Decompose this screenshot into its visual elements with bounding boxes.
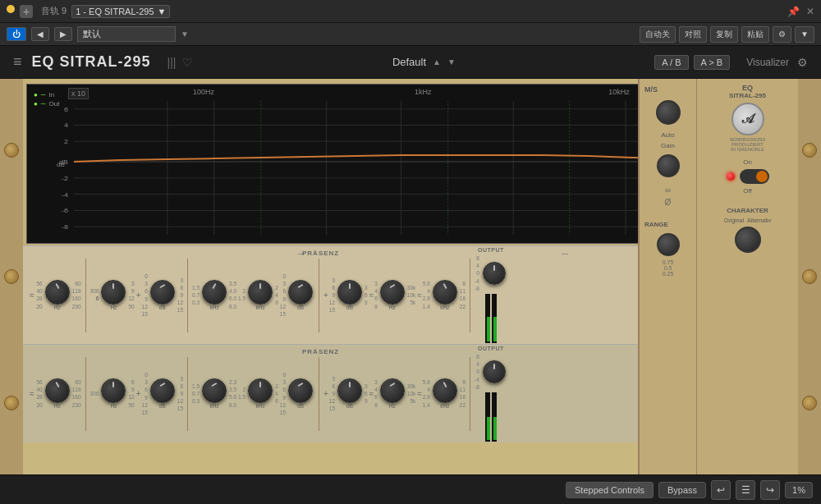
ch1-vu-l [485,294,490,343]
ch1-p5-scale-l: 21.5 [238,287,245,302]
ch1-high-freq-knob[interactable]: Hz [380,280,405,311]
ch1-output-knob-area: 840-4-8 [475,254,507,291]
svg-text:2: 2 [64,138,68,145]
link-icon[interactable]: ∞ [665,186,671,195]
ch1-output-knob[interactable] [483,262,506,285]
preset-selector[interactable]: 默认 [77,26,176,42]
div2 [187,259,188,332]
history-button[interactable]: ☰ [736,480,755,500]
power-led-on[interactable] [727,172,735,181]
close-icon[interactable]: ✕ [806,6,814,17]
original-label: Original [724,218,744,223]
favorite-icon[interactable]: ♡ [182,56,193,69]
ch1-p-db-knob[interactable]: dB [288,280,313,311]
paste-button[interactable]: 粘贴 [741,26,769,43]
range-knob[interactable] [657,233,680,256]
screw-tl [4,143,19,158]
phase-icon[interactable]: Ø [665,198,672,207]
ch1-low-freq-scale: 56402820 [37,280,43,309]
compare-button[interactable]: 对照 [679,26,707,43]
track-label: 1 - EQ SITRAL-295 [76,7,154,16]
forward-button[interactable]: ▶ [54,27,72,41]
undo-button[interactable]: ↩ [711,480,731,500]
add-track-btn[interactable]: + [20,5,33,18]
nav-down-icon[interactable]: ▼ [447,57,456,66]
back-button[interactable]: ◀ [31,27,49,41]
ch1-p4-knob[interactable]: kHz [202,280,227,311]
ch2-hf2-knob[interactable]: kHz [433,378,457,410]
minimize-dot[interactable] [7,5,15,13]
power-toggle[interactable] [740,169,769,184]
ch2-high-db-knob[interactable]: dB [337,378,362,410]
visualizer-btn[interactable]: Visualizer [746,57,789,68]
ch1-high-freq-section: ≈ 3468 Hz 30k10k5k [369,280,416,311]
ch1-shelf-scale: 3006 [90,287,99,303]
ch1-p-db-scale-l: 03691215 [280,273,286,318]
bypass-button[interactable]: Bypass [658,482,706,498]
ch2-hf-section: ≈ 3468 Hz 30k10k5k [369,378,416,410]
ab-button[interactable]: A / B [654,55,688,70]
power-toggles [727,169,769,184]
ch1-low-freq-knob[interactable]: Hz [45,280,70,311]
ch2-shelf-knob[interactable]: Hz [101,378,126,410]
ch1-prasenz-bracket-r: — [562,250,568,257]
auto-off-button[interactable]: 自动关 [640,26,676,43]
ch2-low-freq-knob[interactable]: Hz [45,378,70,410]
svg-text:-2: -2 [62,174,68,181]
nav-up-icon[interactable]: ▲ [433,57,441,66]
track-selector[interactable]: 1 - EQ SITRAL-295 ▼ [71,5,170,18]
ch1-db-knob[interactable]: dB [150,280,175,311]
div4 [470,259,470,332]
screw-bl [4,396,19,410]
ch2-p5-knob[interactable]: kHz [248,378,273,410]
ch2-db-scale-l: 03691215 [142,371,148,416]
stepped-controls-button[interactable]: Stepped Controls [566,482,654,498]
ch2-hf-knob[interactable]: Hz [380,378,405,410]
ch2-output-knob[interactable] [483,360,506,383]
on-label: On [743,158,752,166]
title-bar-dots: + [7,5,33,18]
ch2-p5-scale-l: 21.5 [238,386,245,401]
charakter-options: Original Alternativ [724,218,771,223]
gear-button[interactable]: ⚙ [773,26,791,43]
screw-ml [4,269,19,284]
preset-dropdown-icon[interactable]: ▼ [181,30,189,39]
ch2-low-scale-r: 80118160230 [72,378,81,408]
atob-button[interactable]: A > B [694,55,731,70]
power-button[interactable]: ⏻ [7,27,26,41]
ch2-p4-knob[interactable]: kHz [202,378,227,410]
brand-logo: 𝒜 [732,103,764,135]
track-dropdown-icon: ▼ [158,7,167,16]
ms-section: M/S Auto Gain ∞ Ø [640,79,697,474]
ch1-high-scale-l: 3691215 [329,277,335,314]
ch1-low-shelf-knob[interactable]: Hz [101,280,126,311]
charakter-knob[interactable] [735,227,761,253]
auto-gain-knob[interactable] [657,154,680,177]
redo-button[interactable]: ↪ [760,480,780,500]
library-icon[interactable]: ||| [167,56,177,69]
header-gear-icon[interactable]: ⚙ [797,56,808,69]
zoom-percent-button[interactable]: 1% [785,482,813,498]
ch2-div1 [85,357,86,431]
ch1-db-scale-l: 03691215 [142,273,148,318]
menu-icon[interactable]: ≡ [13,53,22,71]
ch1-high-db-knob[interactable]: dB [337,280,362,311]
power-section: On Off [727,158,769,195]
ch1-hf2-knob[interactable]: kHz [433,280,457,311]
ch2-p-db-knob[interactable]: dB [288,378,313,410]
ch1-db-scale-r: 3691215 [177,277,183,314]
ch1-p5-knob[interactable]: kHz [248,280,273,311]
dropdown-button[interactable]: ▼ [795,26,814,43]
ch2-high-section: + 3691215 dB 369 [323,375,368,412]
ch2-high-scale-r: 369 [365,383,368,405]
ch2-db-knob[interactable]: dB [150,378,175,410]
screw-br [802,396,817,410]
svg-text:-6: -6 [62,207,68,214]
ch1-high-section: + 3691215 dB 369 [323,277,368,314]
ms-toggle[interactable] [656,100,681,125]
ch2-low-scale-l: 56402820 [37,378,43,408]
copy-button[interactable]: 复制 [710,26,738,43]
pin-icon[interactable]: 📌 [787,6,800,17]
eq-brand-title: EQ [729,84,766,92]
ch2-hf2-section: ≈ 5.642.81.4 kHz 8111622 [417,378,466,410]
